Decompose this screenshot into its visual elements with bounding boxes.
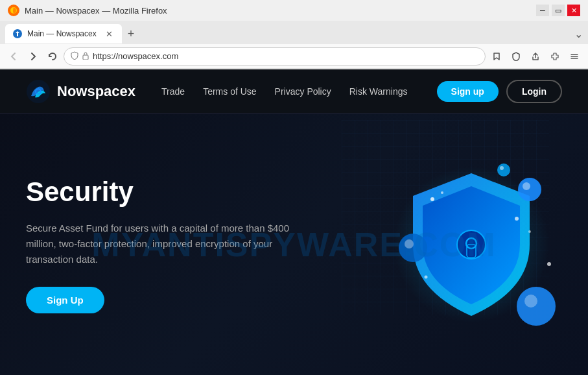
hero-illustration [329, 134, 575, 355]
site-nav-links: Trade Terms of Use Privacy Policy Risk W… [161, 86, 437, 97]
svg-point-26 [547, 262, 551, 266]
svg-point-25 [425, 276, 428, 279]
logo-icon [26, 79, 51, 104]
share-button[interactable] [527, 48, 544, 65]
hero-signup-button[interactable]: Sign Up [26, 287, 104, 313]
site-logo[interactable]: Nowspacex [26, 79, 135, 104]
address-bar[interactable]: https://nowspacex.com [64, 47, 486, 66]
svg-point-18 [524, 295, 537, 308]
nav-bar: https://nowspacex.com [0, 44, 588, 69]
nav-link-privacy[interactable]: Privacy Policy [275, 86, 331, 97]
reload-button[interactable] [44, 48, 61, 65]
restore-button[interactable]: ▭ [552, 5, 565, 16]
svg-point-13 [518, 178, 541, 201]
login-button[interactable]: Login [506, 80, 562, 103]
tab-dropdown-button[interactable]: ⌄ [574, 28, 583, 40]
svg-rect-2 [83, 55, 88, 60]
tab-bar: Main — Nowspacex ✕ + ⌄ [0, 21, 588, 44]
svg-point-20 [500, 166, 504, 170]
url-prefix: https:// [93, 51, 118, 61]
address-icons [71, 51, 89, 61]
nav-right-icons [488, 48, 583, 65]
logo-text: Nowspacex [57, 83, 135, 100]
minimize-button[interactable]: ─ [536, 5, 549, 16]
svg-point-23 [515, 217, 519, 221]
svg-point-22 [441, 191, 443, 194]
title-bar: Main — Nowspacex — Mozilla Firefox ─ ▭ ✕ [0, 0, 588, 21]
window-controls: ─ ▭ ✕ [536, 5, 580, 16]
svg-point-14 [523, 182, 530, 190]
firefox-icon [8, 5, 19, 16]
nav-link-risk[interactable]: Risk Warnings [349, 86, 408, 97]
bookmark-button[interactable] [488, 48, 505, 65]
svg-point-17 [517, 287, 556, 326]
nav-link-terms[interactable]: Terms of Use [203, 86, 256, 97]
hero-section: MYANTISPYWARE.COM Security Secure Asset … [0, 114, 588, 375]
svg-point-19 [497, 163, 510, 176]
url-display: https://nowspacex.com [93, 51, 178, 61]
title-bar-left: Main — Nowspacex — Mozilla Firefox [8, 5, 167, 16]
url-domain: nowspacex.com [118, 51, 178, 61]
forward-button[interactable] [25, 48, 41, 65]
signup-button[interactable]: Sign up [437, 81, 499, 102]
site-navbar: Nowspacex Trade Terms of Use Privacy Pol… [0, 69, 588, 114]
tab-label: Main — Nowspacex [27, 29, 97, 38]
shield-icon [71, 51, 78, 61]
website-content: Nowspacex Trade Terms of Use Privacy Pol… [0, 69, 588, 375]
hero-content: Security Secure Asset Fund for users wit… [26, 176, 298, 313]
site-nav-buttons: Sign up Login [437, 80, 562, 103]
window-title: Main — Nowspacex — Mozilla Firefox [25, 6, 167, 16]
hero-description: Secure Asset Fund for users with a capit… [26, 221, 298, 267]
svg-point-21 [430, 197, 434, 201]
new-tab-button[interactable]: + [122, 25, 140, 43]
lock-icon [82, 52, 89, 61]
svg-point-16 [405, 239, 414, 248]
hero-title: Security [26, 176, 298, 208]
close-button[interactable]: ✕ [567, 5, 580, 16]
tab-favicon [13, 29, 22, 38]
tab-close-button[interactable]: ✕ [104, 29, 114, 39]
svg-point-24 [528, 230, 531, 233]
svg-point-15 [399, 234, 427, 262]
active-tab[interactable]: Main — Nowspacex ✕ [5, 24, 122, 43]
extensions-button[interactable] [547, 48, 563, 65]
back-button[interactable] [5, 48, 22, 65]
shield-button[interactable] [508, 48, 524, 65]
nav-link-trade[interactable]: Trade [161, 86, 185, 97]
menu-button[interactable] [566, 48, 583, 65]
